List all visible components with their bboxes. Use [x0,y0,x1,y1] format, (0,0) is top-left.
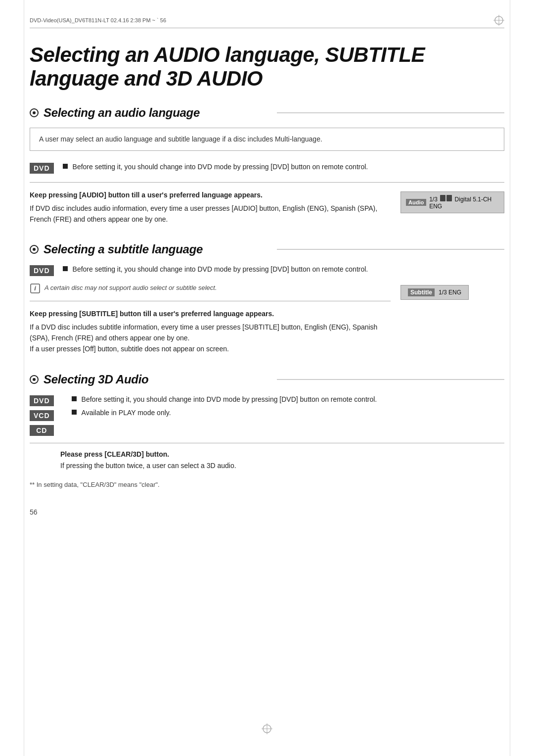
svg-text:i: i [34,284,36,292]
margin-line-right [510,0,510,756]
audio-display-area: Audio 1/3 Digital 5.1-CH ENG [400,189,504,213]
section-subtitle-bullet [30,245,39,254]
bullet-square-icon2 [72,410,77,415]
audio-info-box: A user may select an audio language and … [30,128,504,151]
subtitle-keep-pressing-section: Keep pressing [SUBTITLE] button till a u… [30,308,391,355]
3d-bullet2: Available in PLAY mode only. [72,408,504,419]
subtitle-screen-display: Subtitle 1/3 ENG [400,285,469,300]
subtitle-screen-value: 1/3 ENG [439,289,461,296]
note-icon: i [30,283,41,294]
main-title: Selecting an AUDIO language, SUBTITLE la… [30,43,504,91]
section-subtitle-title: Selecting a subtitle language [44,242,271,256]
3d-footnote: ** In setting data, "CLEAR/3D" means "cl… [30,481,504,488]
top-crosshair-icon [493,15,504,26]
audio-dvd-row: DVD Before setting it, you should change… [30,162,504,176]
bullet-square-icon [63,164,68,169]
3d-press-section: Please press [CLEAR/3D] button. If press… [60,450,504,471]
bullet-square-icon [63,266,68,271]
audio-bullet1: Before setting it, you should change int… [63,162,368,173]
section-audio-bullet [30,108,39,117]
header-file-info: DVD-Video(USA)_DV6T811N-LT 02.4.16 2:38 … [30,17,166,23]
section-audio-title: Selecting an audio language [44,106,271,120]
bullet-square-icon [72,396,77,401]
audio-keep-pressing-text: Keep pressing [AUDIO] button till a user… [30,189,391,225]
section-3d-underline [277,379,504,380]
3d-press-title: Please press [CLEAR/3D] button. [60,450,504,458]
cd-badge-3d: CD [30,425,54,436]
page-number: 56 [30,508,504,516]
top-header: DVD-Video(USA)_DV6T811N-LT 02.4.16 2:38 … [30,15,504,28]
3d-badges-content: DVD VCD CD Before setting it, you should… [30,394,504,436]
margin-line-left [24,0,24,756]
section-subtitle: Selecting a subtitle language DVD Before… [30,242,504,354]
subtitle-keep-pressing-text: Keep pressing [SUBTITLE] button till a u… [30,308,391,355]
section-3d-title: Selecting 3D Audio [44,373,271,386]
subtitle-keep-pressing-body: If a DVD disc includes subtitle informat… [30,322,391,355]
bottom-crosshair-icon [262,723,272,734]
dvd-badge-subtitle: DVD [30,265,54,276]
audio-keep-pressing-section: Keep pressing [AUDIO] button till a user… [30,189,504,225]
section-subtitle-header: Selecting a subtitle language [30,242,504,256]
subtitle-note-box: i A certain disc may not support audio s… [30,283,391,294]
3d-bullet1: Before setting it, you should change int… [72,394,504,405]
subtitle-left-content: i A certain disc may not support audio s… [30,283,391,355]
page-container: DVD-Video(USA)_DV6T811N-LT 02.4.16 2:38 … [0,0,534,756]
digital-block-icons [440,195,452,201]
dvd-badge-3d: DVD [30,395,54,406]
3d-badges-column: DVD VCD CD [30,394,63,436]
3d-bullets: Before setting it, you should change int… [72,394,504,422]
3d-divider [30,443,504,443]
subtitle-keep-pressing-title: Keep pressing [SUBTITLE] button till a u… [30,308,391,319]
subtitle-display-area: Subtitle 1/3 ENG [400,283,504,300]
audio-screen-label: Audio [406,199,426,206]
subtitle-screen-label: Subtitle [408,288,435,296]
vcd-badge-3d: VCD [30,410,54,421]
section-subtitle-underline [277,249,504,250]
audio-keep-pressing-body: If DVD disc includes audio information, … [30,203,391,225]
audio-divider [30,182,504,183]
bottom-crosshair [262,723,272,736]
section-3d-header: Selecting 3D Audio [30,373,504,386]
subtitle-note-text: A certain disc may not support audio sel… [44,283,217,293]
section-audio-underline [277,112,504,113]
dvd-badge-audio: DVD [30,163,54,174]
subtitle-dvd-row: DVD Before setting it, you should change… [30,264,504,278]
subtitle-divider [30,301,391,301]
section-audio-header: Selecting an audio language [30,106,504,120]
subtitle-main-content: i A certain disc may not support audio s… [30,283,504,355]
audio-keep-pressing-title: Keep pressing [AUDIO] button till a user… [30,189,391,200]
subtitle-bullet1: Before setting it, you should change int… [63,264,368,275]
audio-screen-display: Audio 1/3 Digital 5.1-CH ENG [400,191,504,213]
audio-screen-value: 1/3 Digital 5.1-CH ENG [429,195,499,210]
section-3d-audio: Selecting 3D Audio DVD VCD CD Before set… [30,373,504,488]
section-audio: Selecting an audio language A user may s… [30,106,504,225]
section-3d-bullet [30,375,39,384]
3d-press-body: If pressing the button twice, a user can… [60,460,504,471]
